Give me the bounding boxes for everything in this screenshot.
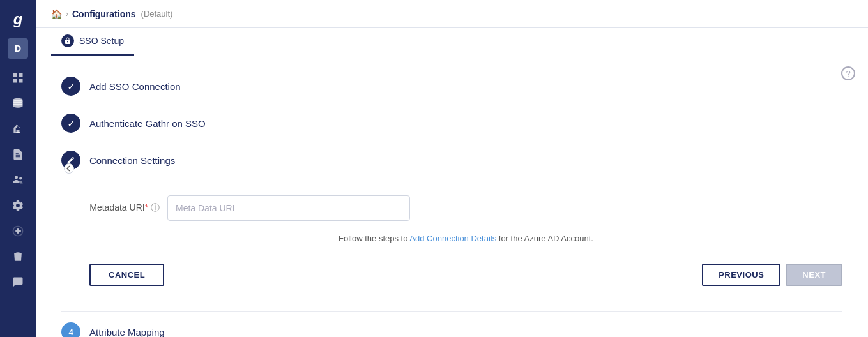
step-2-circle: ✓	[61, 114, 80, 133]
settings-icon[interactable]	[5, 194, 31, 217]
integrations-icon[interactable]	[5, 220, 31, 243]
step-4-label: Attribute Mapping	[89, 327, 165, 338]
grid-icon[interactable]	[5, 66, 31, 89]
trash-icon[interactable]	[5, 245, 31, 268]
tab-sso-setup[interactable]: SSO Setup	[51, 34, 134, 56]
buttons-row: CANCEL PREVIOUS NEXT	[89, 258, 842, 296]
svg-rect-1	[17, 130, 20, 133]
step-4-circle: 4	[61, 322, 80, 337]
step-2[interactable]: ✓ Authenticate Gathr on SSO	[61, 114, 842, 133]
step-1-circle: ✓	[61, 77, 80, 96]
reports-icon[interactable]	[5, 143, 31, 166]
content-area: ? ✓ Add SSO Connection ✓ Authenticate Ga…	[36, 56, 868, 337]
breadcrumb-current: Configurations	[72, 9, 136, 19]
step-1[interactable]: ✓ Add SSO Connection	[61, 77, 842, 96]
previous-button[interactable]: PREVIOUS	[702, 264, 780, 286]
info-icon[interactable]: ⓘ	[151, 202, 160, 213]
tabs-bar: SSO Setup	[36, 28, 868, 56]
cancel-button[interactable]: CANCEL	[89, 264, 164, 286]
chat-icon[interactable]	[5, 271, 31, 294]
step-divider	[61, 311, 842, 312]
next-button[interactable]: NEXT	[786, 264, 842, 286]
database-icon[interactable]	[5, 92, 31, 115]
breadcrumb-separator: ›	[66, 10, 68, 19]
step-3-content: Metadata URI* ⓘ Follow the steps to Add …	[89, 188, 842, 309]
add-connection-details-link[interactable]: Add Connection Details	[409, 234, 496, 243]
breadcrumb-sub: (Default)	[141, 9, 173, 19]
breadcrumb-home[interactable]: 🏠	[51, 9, 62, 19]
chart-icon[interactable]	[5, 117, 31, 140]
metadata-uri-input[interactable]	[167, 195, 410, 221]
sidebar-collapse-button[interactable]	[64, 163, 74, 174]
step-3[interactable]: Connection Settings	[61, 151, 842, 170]
step-3-label: Connection Settings	[89, 155, 175, 166]
step-2-label: Authenticate Gathr on SSO	[89, 118, 206, 129]
help-icon[interactable]: ?	[841, 66, 855, 80]
tab-sso-label: SSO Setup	[79, 36, 124, 46]
step-4[interactable]: 4 Attribute Mapping	[61, 322, 842, 337]
avatar[interactable]: D	[8, 38, 28, 59]
breadcrumb-bar: 🏠 › Configurations (Default)	[36, 0, 868, 28]
metadata-uri-label: Metadata URI* ⓘ	[89, 202, 160, 214]
step-1-label: Add SSO Connection	[89, 81, 181, 92]
sidebar: g D	[0, 0, 36, 337]
svg-point-2	[15, 176, 18, 179]
app-logo: g	[6, 8, 29, 31]
metadata-uri-row: Metadata URI* ⓘ	[89, 195, 842, 221]
main-content: 🏠 › Configurations (Default) SSO Setup ?…	[36, 0, 868, 337]
svg-point-3	[19, 177, 22, 179]
team-icon[interactable]	[5, 168, 31, 191]
info-text: Follow the steps to Add Connection Detai…	[89, 234, 842, 243]
nav-buttons: PREVIOUS NEXT	[702, 264, 842, 286]
sso-tab-icon	[61, 34, 74, 47]
